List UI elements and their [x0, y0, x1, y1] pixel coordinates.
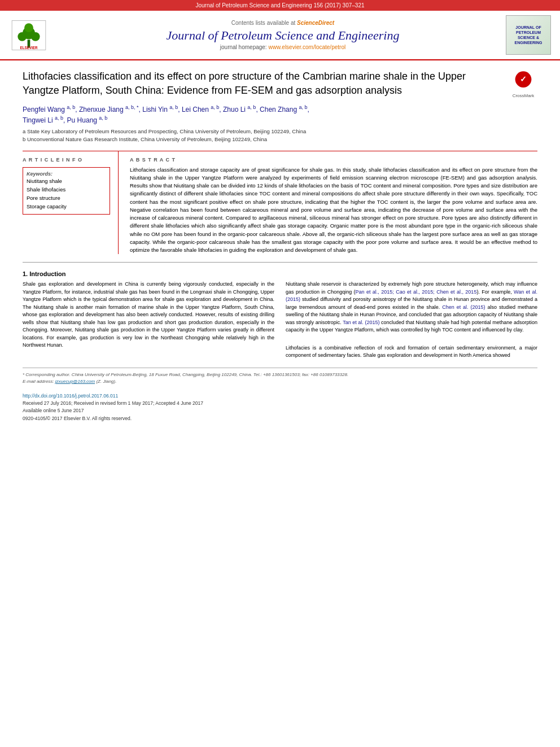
article-title-section: Lithofacies classification and its effec… [23, 69, 537, 98]
article-info-heading: A R T I C L E I N F O [23, 157, 110, 163]
homepage-url[interactable]: www.elsevier.com/locate/petrol [268, 44, 345, 50]
journal-homepage: journal homepage: www.elsevier.com/locat… [60, 44, 506, 50]
email-link[interactable]: jzxuecup@163.com [55, 379, 95, 384]
intro-left-column: Shale gas exploration and development in… [23, 281, 274, 360]
affiliation-b: b Unconventional Nature Gas Research Ins… [23, 136, 537, 143]
section-1-heading: 1. Introduction [23, 270, 537, 277]
svg-text:✓: ✓ [520, 75, 527, 84]
intro-right-column: Niutitang shale reservoir is characteriz… [286, 281, 537, 360]
body-divider [23, 262, 537, 263]
svg-point-5 [24, 23, 33, 32]
received-text: Received 27 July 2016; Received in revis… [23, 400, 537, 408]
ref-chen2015[interactable]: Chen et al. (2015) [442, 304, 485, 310]
sciencedirect-link[interactable]: ScienceDirect [297, 20, 334, 26]
ref-pan2015[interactable]: Pan et al., 2015; Cao et al., 2015; Chen… [356, 289, 477, 295]
keyword-3: Pore structure [27, 194, 106, 202]
email-note: E-mail address: jzxuecup@163.com (Z. Jia… [23, 378, 537, 385]
journal-cover: JOURNAL OF PETROLEUM SCIENCE & ENGINEERI… [506, 15, 551, 55]
keyword-2: Shale lithofacies [27, 185, 106, 194]
received-dates: Received 27 July 2016; Received in revis… [23, 400, 537, 423]
journal-top-bar: Journal of Petroleum Science and Enginee… [0, 0, 560, 11]
copyright-text: 0920-4105/© 2017 Elsevier B.V. All right… [23, 415, 537, 423]
header-center: Contents lists available at ScienceDirec… [60, 20, 506, 50]
journal-title: Journal of Petroleum Science and Enginee… [60, 28, 506, 43]
keyword-4: Storage capacity [27, 202, 106, 211]
page: Journal of Petroleum Science and Enginee… [0, 0, 560, 747]
article-info-abstract: A R T I C L E I N F O Keywords: Niutitan… [23, 151, 537, 255]
svg-point-4 [31, 32, 40, 41]
sciencedirect-label: Contents lists available at ScienceDirec… [60, 20, 506, 26]
affiliations: a State Key Laboratory of Petroleum Reso… [23, 128, 537, 144]
header-area: ELSEVIER Contents lists available at Sci… [0, 11, 560, 60]
intro-left-text: Shale gas exploration and development in… [23, 281, 274, 350]
available-text: Available online 5 June 2017 [23, 407, 537, 415]
elsevier-logo: ELSEVIER [9, 20, 60, 51]
introduction-body: Shale gas exploration and development in… [23, 281, 537, 360]
crossmark-icon: ✓ [512, 69, 535, 92]
intro-right-text-1: Niutitang shale reservoir is characteriz… [286, 281, 537, 334]
doi-link[interactable]: http://dx.doi.org/10.1016/j.petrol.2017.… [23, 393, 118, 399]
elsevier-tree-icon: ELSEVIER [9, 20, 49, 51]
abstract-text: Lithofacies classification and storage c… [130, 166, 537, 255]
keyword-1: Niutitang shale [27, 177, 106, 185]
ref-tan2015[interactable]: Tan et al. (2015) [343, 320, 379, 325]
article-content: Lithofacies classification and its effec… [0, 60, 560, 432]
article-info-column: A R T I C L E I N F O Keywords: Niutitan… [23, 151, 119, 255]
top-bar-text: Journal of Petroleum Science and Enginee… [195, 2, 364, 8]
svg-point-3 [18, 32, 27, 41]
keywords-section: Keywords: Niutitang shale Shale lithofac… [23, 167, 110, 215]
abstract-heading: A B S T R A C T [130, 157, 537, 163]
keywords-label: Keywords: [27, 171, 106, 177]
svg-text:ELSEVIER: ELSEVIER [20, 45, 38, 49]
intro-right-text-2: Lithofacies is a combinative reflection … [286, 344, 537, 360]
affiliation-a: a State Key Laboratory of Petroleum Reso… [23, 128, 537, 136]
crossmark: ✓ CrossMark [509, 69, 537, 98]
footer-notes: * Corresponding author. China University… [23, 368, 537, 385]
abstract-column: A B S T R A C T Lithofacies classificati… [130, 151, 537, 255]
corresponding-note: * Corresponding author. China University… [23, 372, 537, 378]
authors: Pengfei Wang a, b, Zhenxue Jiang a, b, *… [23, 104, 537, 125]
doi-section: http://dx.doi.org/10.1016/j.petrol.2017.… [23, 390, 537, 400]
crossmark-label: CrossMark [513, 93, 535, 98]
article-title: Lithofacies classification and its effec… [23, 69, 504, 98]
